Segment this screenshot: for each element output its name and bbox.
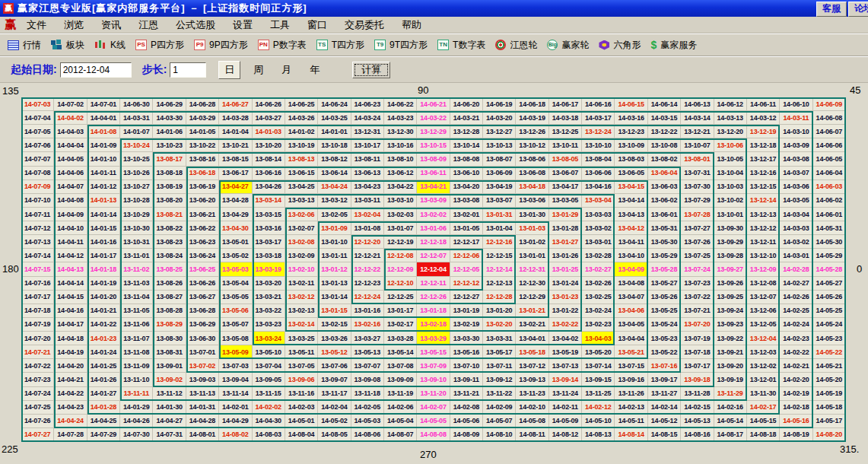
toolbar-gann-wheel[interactable]: 江恩轮 <box>495 39 537 52</box>
grid-cell[interactable]: 13-04-09 <box>615 262 647 276</box>
grid-cell[interactable]: 13-05-07 <box>219 318 252 332</box>
menu-window[interactable]: 窗口 <box>303 18 332 32</box>
grid-cell[interactable]: 12-12-25 <box>384 291 417 304</box>
grid-cell[interactable]: 14-06-14 <box>648 97 681 111</box>
grid-cell[interactable]: 14-04-14 <box>54 277 87 291</box>
grid-cell[interactable]: 13-02-13 <box>285 304 318 318</box>
grid-cell[interactable]: 14-06-24 <box>318 97 351 111</box>
grid-cell[interactable]: 13-03-27 <box>351 332 384 345</box>
grid-cell[interactable]: 13-09-12 <box>483 373 516 386</box>
period-option-month[interactable]: 月 <box>276 62 297 78</box>
grid-cell[interactable]: 13-11-15 <box>253 387 285 401</box>
grid-cell[interactable]: 13-11-04 <box>120 291 153 304</box>
grid-cell[interactable]: 14-02-01 <box>219 401 252 415</box>
grid-cell[interactable]: 14-01-30 <box>153 401 186 415</box>
grid-cell[interactable]: 14-08-08 <box>417 428 450 442</box>
grid-cell[interactable]: 13-09-17 <box>648 373 681 386</box>
grid-cell[interactable]: 13-09-30 <box>714 221 747 235</box>
grid-cell[interactable]: 13-09-24 <box>714 304 747 318</box>
grid-cell[interactable]: 14-04-08 <box>54 194 87 208</box>
grid-cell[interactable]: 14-04-27 <box>153 415 186 428</box>
grid-cell[interactable]: 13-01-19 <box>450 304 483 318</box>
grid-cell[interactable]: 13-11-01 <box>120 249 153 262</box>
grid-cell[interactable]: 13-06-26 <box>186 277 219 291</box>
grid-cell[interactable]: 13-08-05 <box>549 152 582 166</box>
grid-cell[interactable]: 14-06-11 <box>747 97 780 111</box>
grid-cell[interactable]: 14-04-25 <box>87 415 120 428</box>
grid-cell[interactable]: 13-04-08 <box>615 277 647 291</box>
grid-cell[interactable]: 13-11-02 <box>120 262 153 276</box>
grid-cell[interactable]: 13-12-24 <box>582 125 615 138</box>
grid-cell[interactable]: 14-03-11 <box>780 111 812 125</box>
grid-cell[interactable]: 14-05-04 <box>384 415 417 428</box>
grid-cell[interactable]: 14-04-16 <box>54 304 87 318</box>
grid-cell[interactable]: 13-07-04 <box>253 359 285 373</box>
grid-cell[interactable]: 13-12-10 <box>747 249 780 262</box>
grid-cell[interactable]: 13-09-29 <box>714 235 747 249</box>
grid-cell[interactable]: 13-11-10 <box>120 373 153 386</box>
grid-cell[interactable]: 14-07-01 <box>87 97 120 111</box>
grid-cell[interactable]: 13-08-09 <box>417 152 450 166</box>
grid-cell[interactable]: 13-03-21 <box>253 291 285 304</box>
grid-cell[interactable]: 14-08-17 <box>714 428 747 442</box>
grid-cell[interactable]: 14-06-20 <box>450 97 483 111</box>
grid-cell[interactable]: 14-04-01 <box>87 111 120 125</box>
grid-cell[interactable]: 12-12-29 <box>516 291 548 304</box>
grid-cell[interactable]: 13-02-02 <box>417 208 450 221</box>
grid-cell[interactable]: 13-04-20 <box>450 180 483 194</box>
grid-cell[interactable]: 13-11-05 <box>120 304 153 318</box>
grid-cell[interactable]: 13-12-27 <box>483 125 516 138</box>
grid-cell[interactable]: 13-03-22 <box>253 304 285 318</box>
grid-cell[interactable]: 13-03-31 <box>483 332 516 345</box>
grid-cell[interactable]: 14-07-08 <box>21 167 54 180</box>
grid-cell[interactable]: 14-07-13 <box>21 235 54 249</box>
grid-cell[interactable]: 13-03-17 <box>253 235 285 249</box>
grid-cell[interactable]: 14-01-26 <box>87 373 120 386</box>
grid-cell[interactable]: 13-01-13 <box>318 277 351 291</box>
grid-cell[interactable]: 13-06-22 <box>186 221 219 235</box>
grid-cell[interactable]: 13-11-18 <box>351 387 384 401</box>
grid-cell[interactable]: 13-10-12 <box>516 138 548 152</box>
grid-cell[interactable]: 13-10-15 <box>417 138 450 152</box>
grid-cell[interactable]: 13-01-15 <box>318 304 351 318</box>
grid-cell[interactable]: 14-08-20 <box>813 428 846 442</box>
grid-cell[interactable]: 13-10-16 <box>384 138 417 152</box>
grid-cell[interactable]: 14-03-17 <box>582 111 615 125</box>
grid-cell[interactable]: 14-02-12 <box>582 401 615 415</box>
grid-cell[interactable]: 13-10-30 <box>120 221 153 235</box>
grid-cell[interactable]: 13-09-26 <box>714 277 747 291</box>
grid-cell[interactable]: 14-03-01 <box>780 249 812 262</box>
grid-cell[interactable]: 14-03-12 <box>747 111 780 125</box>
grid-cell[interactable]: 13-10-08 <box>648 138 681 152</box>
grid-cell[interactable]: 14-06-25 <box>285 97 318 111</box>
menu-file[interactable]: 文件 <box>22 18 51 32</box>
grid-cell[interactable]: 13-12-26 <box>516 125 548 138</box>
grid-cell[interactable]: 14-04-05 <box>54 152 87 166</box>
grid-cell[interactable]: 14-03-07 <box>780 167 812 180</box>
grid-cell[interactable]: 14-04-04 <box>54 138 87 152</box>
grid-cell[interactable]: 13-06-07 <box>549 167 582 180</box>
grid-cell[interactable]: 13-12-17 <box>747 152 780 166</box>
grid-cell[interactable]: 14-04-11 <box>54 235 87 249</box>
grid-cell[interactable]: 14-05-23 <box>813 332 846 345</box>
grid-cell[interactable]: 14-01-15 <box>87 221 120 235</box>
grid-cell[interactable]: 13-11-19 <box>384 387 417 401</box>
grid-cell[interactable]: 13-12-25 <box>549 125 582 138</box>
grid-cell[interactable]: 14-03-29 <box>186 111 219 125</box>
grid-cell[interactable]: 13-12-18 <box>747 138 780 152</box>
grid-cell[interactable]: 13-10-02 <box>714 194 747 208</box>
toolbar-9p-square[interactable]: P9 9P四方形 <box>194 39 248 52</box>
grid-cell[interactable]: 14-07-22 <box>21 359 54 373</box>
grid-cell[interactable]: 13-11-25 <box>582 387 615 401</box>
grid-cell[interactable]: 13-12-12 <box>747 221 780 235</box>
period-option-day[interactable]: 日 <box>218 61 240 79</box>
grid-cell[interactable]: 13-07-29 <box>681 194 714 208</box>
grid-cell[interactable]: 13-04-07 <box>615 291 647 304</box>
grid-cell[interactable]: 13-04-24 <box>318 180 351 194</box>
grid-cell[interactable]: 13-07-17 <box>681 359 714 373</box>
grid-cell[interactable]: 12-12-28 <box>483 291 516 304</box>
grid-cell[interactable]: 13-03-03 <box>582 208 615 221</box>
grid-cell[interactable]: 13-03-08 <box>450 194 483 208</box>
menu-trade[interactable]: 交易委托 <box>340 18 389 32</box>
grid-cell[interactable]: 13-10-01 <box>714 208 747 221</box>
